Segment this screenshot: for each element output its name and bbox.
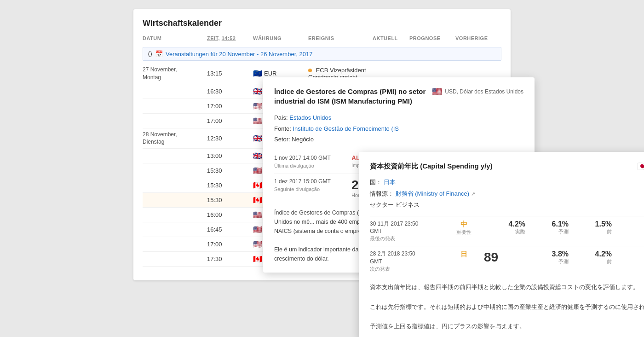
popup-last-datetime: 1 nov 2017 14:00 GMT Última divulgação	[274, 154, 348, 170]
flag-cad: 🇨🇦	[253, 255, 262, 263]
flag-usd: 🇺🇸	[253, 166, 262, 175]
popup-ja-next-previous: 4.2% 前	[570, 250, 612, 265]
popup-meta-sector: Setor: Negócio	[274, 135, 523, 144]
time-cell: 13:15	[207, 70, 253, 77]
time-cell: 12:30	[207, 135, 253, 142]
popup-usd-flag: 🇺🇸	[432, 87, 442, 97]
popup-ja-sector: セクター ビジネス	[370, 200, 644, 209]
time-cell: 16:30	[207, 88, 253, 95]
flag-cad: 🇨🇦	[253, 181, 262, 190]
popup-ja-next-row: 28 2月 2018 23:50 GMT 次の発表 日 89 3.8% 予測	[370, 246, 644, 276]
popup-ja-currency: 🇯🇵 JPY, 日本円	[637, 161, 644, 171]
flag-gbp: 🇬🇧	[253, 134, 262, 143]
date-cell: 28 November, Dienstag	[143, 131, 207, 146]
time-cell: 13:00	[207, 152, 253, 159]
popup-ja-next-num: 89	[484, 250, 525, 265]
popup-source-link[interactable]: Instituto de Gestão de Fornecimento (IS	[293, 125, 399, 132]
flag-usd: 🇺🇸	[253, 225, 262, 234]
popup-ja-next-importance: 日	[445, 250, 482, 259]
page-title: Wirtschaftskalender	[143, 18, 501, 28]
flag-gbp: 🇬🇧	[253, 151, 262, 160]
header-zeit: ZEIT, 14:52	[207, 35, 253, 41]
calendar-container: Wirtschaftskalender DATUM ZEIT, 14:52 WÄ…	[133, 9, 511, 280]
time-cell: 17:00	[207, 117, 253, 124]
popup-ja-desc: 資本支出前年比は、報告四半期の前四半期と比較した企業の設備投資総コストの変化を評…	[370, 283, 644, 331]
header-vorherige: VORHERIGE	[455, 35, 501, 41]
popup-ja-source-link[interactable]: 財務省 (Ministry of Finance)	[396, 190, 469, 197]
popup-ja-country-link[interactable]: 日本	[384, 179, 396, 186]
calendar-nav-icon: ⟨⟩	[148, 50, 152, 58]
flag-usd: 🇺🇸	[253, 116, 262, 125]
popup-ja-title: 資本投資前年比 (Capital Spending y/y)	[370, 162, 493, 171]
popup-meta-country: País: Estados Unidos	[274, 113, 523, 122]
popup-usd-text: USD, Dólar dos Estados Unidos	[445, 88, 523, 95]
time-cell: 17:00	[207, 103, 253, 110]
flag-usd: 🇺🇸	[253, 210, 262, 219]
calendar-flag-icon: 📅	[155, 50, 163, 58]
currency-cell: 🇪🇺 EUR	[253, 69, 308, 78]
header-ereignis: EREIGNIS	[308, 35, 373, 41]
popup-ja-source: 情報源： 財務省 (Ministry of Finance)	[370, 189, 644, 198]
popup-next-datetime: 1 dez 2017 15:00 GMT Seguinte divulgação	[274, 178, 348, 193]
popup-pmi-title: Índice de Gestores de Compras (PMI) no s…	[274, 87, 432, 106]
importance-dot	[308, 69, 312, 72]
time-cell: 15:30	[207, 197, 253, 203]
popup-pmi-currency: 🇺🇸 USD, Dólar dos Estados Unidos	[432, 87, 523, 97]
calendar-link[interactable]: Veranstaltungen für 20 November - 26 Nov…	[166, 51, 312, 58]
popup-meta-source: Fonte: Instituto de Gestão de Fornecimen…	[274, 124, 523, 134]
header-prognose: PROGNOSE	[409, 35, 455, 41]
time-cell: 15:30	[207, 182, 253, 189]
popup-ja-last-datetime: 30 11月 2017 23:50 GMT 最後の発表	[370, 220, 443, 243]
popup-ja-actual: 4.2% 実際	[484, 220, 525, 235]
popup-ja-previous: 1.5% 前	[570, 220, 612, 235]
header-waehrung: WÄHRUNG	[253, 35, 308, 41]
time-cell: 17:00	[207, 241, 253, 248]
popup-ja-importance: 中 重要性	[445, 220, 482, 236]
time-cell: 17:30	[207, 256, 253, 262]
currency-label: EUR	[264, 70, 276, 77]
calendar-link-row: ⟨⟩ 📅 Veranstaltungen für 20 November - 2…	[143, 47, 501, 61]
popup-pmi-meta: País: Estados Unidos Fonte: Instituto de…	[274, 113, 523, 144]
popup-ja-country: 国： 日本	[370, 178, 644, 187]
header-aktuell: AKTUELL	[373, 35, 409, 41]
popup-ja-data: 30 11月 2017 23:50 GMT 最後の発表 中 重要性 4.2% 実…	[370, 216, 644, 277]
popup-ja-next-datetime: 28 2月 2018 23:50 GMT 次の発表	[370, 250, 443, 273]
popup-ja-forecast: 6.1% 予測	[527, 220, 569, 235]
time-cell: 15:30	[207, 167, 253, 174]
time-cell: 16:45	[207, 226, 253, 233]
calendar-header: DATUM ZEIT, 14:52 WÄHRUNG EREIGNIS AKTUE…	[143, 35, 501, 44]
flag-usd: 🇺🇸	[253, 102, 262, 110]
header-datum: DATUM	[143, 35, 207, 41]
flag-gbp: 🇬🇧	[253, 87, 262, 96]
popup-country-link[interactable]: Estados Unidos	[289, 114, 331, 121]
flag-usd: 🇺🇸	[253, 240, 262, 249]
popup-jpy-flag: 🇯🇵	[637, 161, 644, 171]
popup-ja-next-forecast: 3.8% 予測	[527, 250, 569, 265]
popup-capital-spending: 資本投資前年比 (Capital Spending y/y) 🇯🇵 JPY, 日…	[359, 152, 644, 337]
external-link-icon	[471, 190, 475, 197]
flag-cad: 🇨🇦	[253, 196, 262, 204]
date-cell: 27 November, Montag	[143, 66, 207, 81]
popup-ja-header: 資本投資前年比 (Capital Spending y/y) 🇯🇵 JPY, 日…	[370, 161, 644, 171]
popup-pmi-header: Índice de Gestores de Compras (PMI) no s…	[274, 87, 523, 106]
popup-ja-last-row: 30 11月 2017 23:50 GMT 最後の発表 中 重要性 4.2% 実…	[370, 216, 644, 246]
flag-eur: 🇪🇺	[253, 69, 262, 78]
time-cell: 16:00	[207, 211, 253, 218]
